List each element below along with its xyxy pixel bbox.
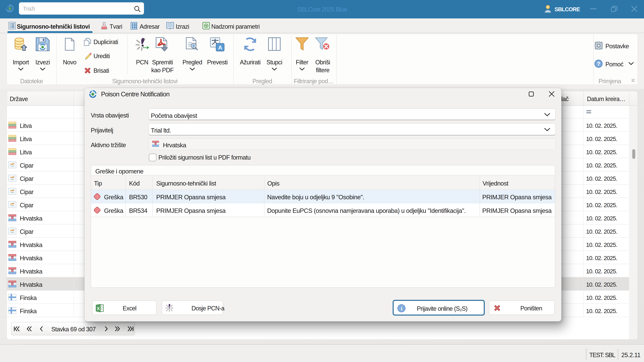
svg-text:X: X [97,306,100,311]
svg-text:?: ? [597,60,600,67]
svg-text:A: A [218,44,222,51]
